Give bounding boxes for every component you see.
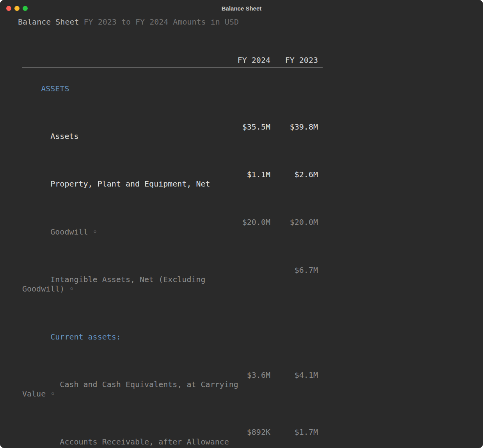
row-value-fy2023: $1.7M <box>22 427 318 437</box>
table-row: Assets $35.5M $39.8M <box>22 122 465 170</box>
table-row: Accounts Receivable, after Allowance for… <box>22 427 465 448</box>
report-subtitle: FY 2023 to FY 2024 Amounts in USD <box>84 17 239 27</box>
table-row: Cash and Cash Equivalents, at Carrying V… <box>22 370 465 428</box>
row-value-fy2023: $39.8M <box>22 122 318 132</box>
balance-sheet-table: FY 2024 FY 2023 ASSETS Assets $35.5M $39… <box>22 55 465 448</box>
minimize-window-button[interactable] <box>14 6 20 11</box>
window-title: Balance Sheet <box>222 5 262 12</box>
table-row: Intangible Assets, Net (Excluding Goodwi… <box>22 265 465 323</box>
titlebar: Balance Sheet <box>0 0 483 16</box>
zoom-window-button[interactable] <box>23 6 28 11</box>
table-row: Goodwill ◦ $20.0M $20.0M <box>22 217 465 265</box>
close-window-button[interactable] <box>6 6 11 11</box>
row-label: Current assets: <box>41 332 121 341</box>
row-value-fy2023: $2.6M <box>22 170 318 179</box>
report-header: Balance Sheet FY 2023 to FY 2024 Amounts… <box>18 17 465 27</box>
row-label: Accounts Receivable, after Allowance for… <box>22 437 229 448</box>
table-row: Current assets: <box>22 322 465 370</box>
row-value-fy2023: $4.1M <box>22 370 318 380</box>
row-label: Property, Plant and Equipment, Net <box>41 179 210 188</box>
row-label: Goodwill ◦ <box>41 227 98 236</box>
row-value-fy2023: $6.7M <box>22 265 318 275</box>
terminal-content: Balance Sheet FY 2023 to FY 2024 Amounts… <box>0 16 483 448</box>
row-label: Intangible Assets, Net (Excluding Goodwi… <box>22 275 206 293</box>
column-header-fy2023: FY 2023 <box>22 55 318 65</box>
header-divider <box>22 68 323 68</box>
row-label: Cash and Cash Equivalents, at Carrying V… <box>22 380 238 398</box>
terminal-window: Balance Sheet Balance Sheet FY 2023 to F… <box>0 0 483 448</box>
report-title: Balance Sheet <box>18 17 84 27</box>
table-rows: ASSETS Assets $35.5M $39.8M Property, Pl… <box>22 75 465 448</box>
table-row: Property, Plant and Equipment, Net $1.1M… <box>22 170 465 217</box>
row-label: ASSETS <box>41 84 69 93</box>
window-controls <box>6 0 28 16</box>
row-value-fy2023: $20.0M <box>22 217 318 227</box>
table-column-headers: FY 2024 FY 2023 <box>22 55 465 65</box>
row-label: Assets <box>41 132 78 141</box>
table-row: ASSETS <box>22 75 465 122</box>
